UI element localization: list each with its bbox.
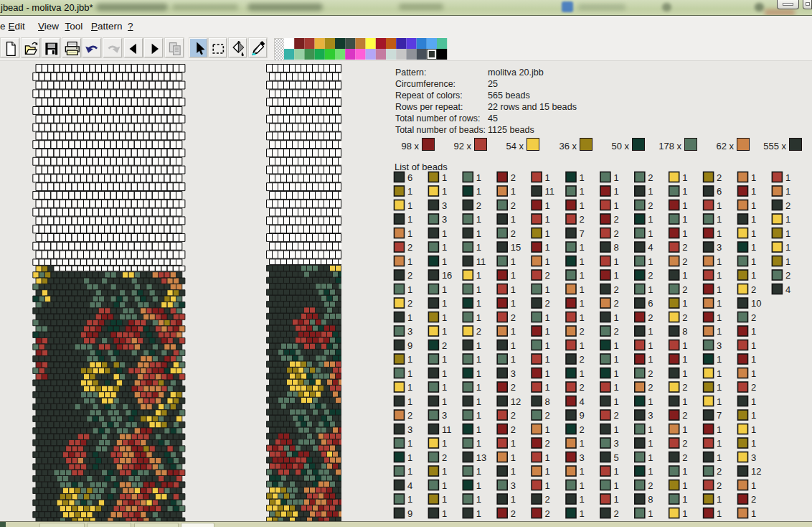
svg-text:1: 1	[545, 382, 550, 393]
svg-text:2: 2	[785, 200, 790, 211]
svg-text:1: 1	[580, 270, 585, 281]
svg-text:1: 1	[476, 396, 481, 407]
svg-text:1: 1	[442, 186, 447, 197]
svg-text:1: 1	[751, 214, 756, 225]
svg-text:1: 1	[613, 494, 618, 505]
svg-text:1: 1	[476, 186, 481, 197]
svg-text:1: 1	[580, 256, 585, 267]
svg-text:1: 1	[407, 438, 412, 449]
svg-text:1: 1	[545, 452, 550, 463]
svg-text:1: 1	[580, 200, 585, 211]
svg-text:1: 1	[476, 382, 481, 393]
svg-text:1: 1	[613, 270, 618, 281]
svg-text:1: 1	[476, 312, 481, 323]
svg-text:1: 1	[442, 172, 447, 183]
svg-text:2: 2	[717, 466, 722, 477]
svg-text:1: 1	[580, 242, 585, 253]
svg-text:8: 8	[682, 326, 687, 337]
svg-text:1: 1	[476, 270, 481, 281]
svg-text:2: 2	[511, 424, 516, 435]
svg-text:1: 1	[511, 256, 516, 267]
svg-text:2: 2	[613, 298, 618, 309]
svg-text:1: 1	[682, 466, 687, 477]
svg-text:1: 1	[511, 214, 516, 225]
svg-text:1: 1	[545, 326, 550, 337]
svg-text:1: 1	[407, 214, 412, 225]
svg-text:1: 1	[511, 438, 516, 449]
svg-text:1: 1	[407, 368, 412, 379]
svg-text:1: 1	[511, 186, 516, 197]
svg-text:1: 1	[717, 508, 722, 519]
svg-text:1: 1	[751, 508, 756, 519]
svg-text:4: 4	[407, 480, 412, 491]
svg-text:1: 1	[717, 382, 722, 393]
svg-text:2: 2	[682, 382, 687, 393]
svg-text:1: 1	[545, 172, 550, 183]
svg-text:1: 1	[580, 508, 585, 519]
svg-text:1: 1	[717, 368, 722, 379]
svg-text:1: 1	[613, 172, 618, 183]
svg-text:1: 1	[476, 340, 481, 351]
svg-text:1: 1	[682, 172, 687, 183]
svg-text:2: 2	[613, 214, 618, 225]
svg-text:1: 1	[648, 228, 653, 239]
svg-text:1: 1	[442, 354, 447, 365]
svg-text:1: 1	[407, 256, 412, 267]
svg-text:2: 2	[682, 438, 687, 449]
svg-text:3: 3	[580, 452, 585, 463]
svg-text:1: 1	[545, 284, 550, 295]
svg-text:1: 1	[682, 186, 687, 197]
svg-text:1: 1	[442, 382, 447, 393]
svg-text:1: 1	[545, 340, 550, 351]
svg-text:1: 1	[751, 354, 756, 365]
svg-text:8: 8	[648, 494, 653, 505]
svg-text:1: 1	[751, 186, 756, 197]
svg-text:1: 1	[717, 354, 722, 365]
svg-text:1: 1	[648, 452, 653, 463]
svg-text:1: 1	[476, 242, 481, 253]
svg-text:1: 1	[648, 326, 653, 337]
svg-text:11: 11	[476, 256, 486, 267]
svg-text:2: 2	[407, 270, 412, 281]
svg-text:1: 1	[442, 242, 447, 253]
svg-text:8: 8	[545, 396, 550, 407]
svg-text:1: 1	[442, 284, 447, 295]
svg-text:2: 2	[407, 298, 412, 309]
svg-text:1: 1	[476, 466, 481, 477]
svg-text:1: 1	[717, 284, 722, 295]
svg-text:2: 2	[442, 452, 447, 463]
svg-text:3: 3	[751, 452, 756, 463]
svg-text:1: 1	[545, 312, 550, 323]
svg-text:1: 1	[580, 494, 585, 505]
svg-text:2: 2	[545, 270, 550, 281]
svg-text:10: 10	[751, 298, 761, 309]
svg-text:4: 4	[580, 396, 585, 407]
svg-text:2: 2	[511, 508, 516, 519]
svg-text:1: 1	[717, 326, 722, 337]
svg-text:2: 2	[751, 312, 756, 323]
svg-text:1: 1	[613, 256, 618, 267]
svg-text:2: 2	[648, 382, 653, 393]
svg-text:1: 1	[682, 396, 687, 407]
svg-text:1: 1	[682, 340, 687, 351]
svg-text:1: 1	[580, 312, 585, 323]
svg-text:2: 2	[545, 494, 550, 505]
svg-text:1: 1	[751, 228, 756, 239]
svg-text:3: 3	[511, 368, 516, 379]
svg-text:11: 11	[545, 186, 555, 197]
svg-text:12: 12	[751, 466, 761, 477]
svg-text:1: 1	[717, 452, 722, 463]
svg-text:1: 1	[717, 270, 722, 281]
svg-text:2: 2	[511, 312, 516, 323]
svg-text:1: 1	[580, 340, 585, 351]
svg-text:1: 1	[442, 368, 447, 379]
svg-text:1: 1	[442, 326, 447, 337]
svg-text:6: 6	[407, 172, 412, 183]
svg-text:1: 1	[613, 186, 618, 197]
svg-text:1: 1	[476, 508, 481, 519]
svg-text:2: 2	[511, 382, 516, 393]
svg-text:1: 1	[682, 368, 687, 379]
svg-text:1: 1	[511, 284, 516, 295]
svg-text:2: 2	[613, 228, 618, 239]
svg-text:1: 1	[442, 466, 447, 477]
